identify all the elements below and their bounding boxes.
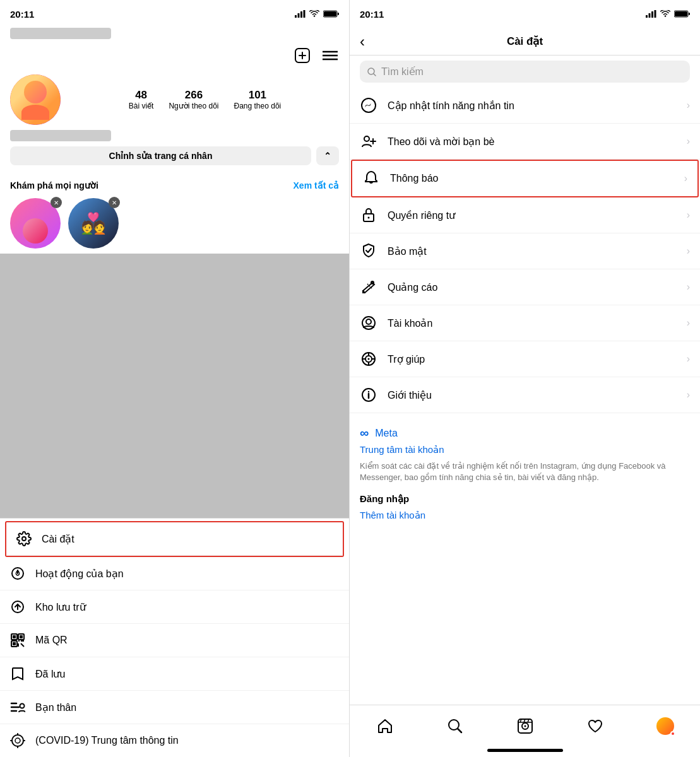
svg-line-46: [374, 74, 376, 76]
settings-item-quang-cao[interactable]: Quảng cáo ›: [350, 269, 700, 305]
svg-rect-1: [298, 13, 300, 18]
left-menu-overlay: Cài đặt Hoạt động của bạn Kho: [0, 518, 349, 757]
discover-avatar-1-wrap: ✕: [10, 198, 61, 249]
svg-point-66: [368, 391, 369, 392]
menu-kho-luu-tru-label: Kho lưu trữ: [35, 601, 86, 613]
settings-header: ‹ Cài đặt: [350, 28, 700, 56]
nav-profile-button[interactable]: [651, 712, 679, 740]
saved-icon: [10, 666, 25, 681]
svg-line-68: [458, 729, 461, 733]
settings-item-tin-nhan[interactable]: Cập nhật tính năng nhắn tin ›: [350, 88, 700, 124]
svg-rect-3: [304, 10, 306, 18]
chevron-thong-bao: ›: [684, 173, 687, 184]
activity-icon: [10, 566, 25, 581]
svg-rect-6: [338, 13, 339, 15]
settings-item-thong-bao[interactable]: Thông báo ›: [352, 161, 697, 196]
svg-rect-21: [13, 635, 16, 638]
settings-tro-giup-label: Trợ giúp: [388, 353, 677, 365]
settings-item-bao-mat[interactable]: Bảo mật ›: [350, 233, 700, 269]
settings-item-gioi-thieu[interactable]: Giới thiệu ›: [350, 377, 700, 413]
back-button[interactable]: ‹: [360, 33, 365, 50]
settings-gioi-thieu-label: Giới thiệu: [388, 389, 677, 401]
discover-close-2[interactable]: ✕: [109, 197, 120, 208]
chevron-tin-nhan: ›: [687, 100, 690, 111]
settings-item-tro-giup[interactable]: Trợ giúp ›: [350, 341, 700, 377]
time-right: 20:11: [360, 9, 384, 20]
settings-bao-mat-label: Bảo mật: [388, 245, 677, 257]
profile-top-row: [10, 47, 339, 64]
ads-icon: [360, 278, 377, 296]
help-icon: [360, 350, 377, 368]
svg-rect-44: [689, 13, 690, 15]
svg-point-31: [20, 704, 25, 708]
profile-chevron-button[interactable]: ⌃: [316, 146, 339, 165]
menu-cai-dat-label: Cài đặt: [42, 533, 74, 545]
meta-infinity-symbol: ∞: [360, 426, 369, 440]
nav-search-button[interactable]: [441, 712, 469, 740]
stat-followers: 266 Người theo dõi: [169, 89, 218, 110]
stat-posts-number: 48: [135, 89, 147, 102]
settings-item-quyen[interactable]: Quyền riêng tư ›: [350, 197, 700, 233]
search-icon: [367, 67, 376, 76]
svg-line-27: [21, 643, 24, 647]
menu-covid-label: (COVID-19) Trung tâm thông tin: [35, 735, 179, 746]
menu-hoat-dong-label: Hoạt động của bạn: [35, 568, 124, 580]
svg-rect-38: [646, 15, 648, 18]
privacy-icon: [360, 206, 377, 224]
add-account-link[interactable]: Thêm tài khoản: [360, 510, 690, 521]
menu-ban-than-label: Bạn thân: [35, 701, 76, 713]
nav-home-button[interactable]: [371, 712, 399, 740]
stat-followers-label: Người theo dõi: [169, 102, 218, 110]
battery-icon: [323, 10, 339, 18]
menu-button[interactable]: [321, 47, 339, 64]
chevron-gioi-thieu: ›: [687, 389, 690, 401]
svg-point-71: [524, 725, 526, 727]
menu-item-covid[interactable]: (COVID-19) Trung tâm thông tin: [0, 724, 349, 757]
svg-rect-40: [651, 11, 653, 18]
discover-title: Khám phá mọi người: [10, 180, 98, 191]
chevron-quang-cao: ›: [687, 281, 690, 293]
login-section-title: Đăng nhập: [360, 493, 690, 505]
svg-rect-2: [300, 11, 302, 18]
menu-item-ma-qr[interactable]: Mã QR: [0, 624, 349, 657]
discover-avatar-2-wrap: 💑 ✕: [68, 198, 119, 249]
signal-icon: [295, 10, 306, 18]
edit-profile-button[interactable]: Chỉnh sửa trang cá nhân: [10, 146, 311, 165]
svg-rect-0: [295, 15, 297, 18]
menu-item-hoat-dong[interactable]: Hoạt động của bạn: [0, 557, 349, 590]
profile-nav-dot: [670, 731, 675, 736]
stat-posts-label: Bài viết: [129, 102, 154, 110]
profile-buttons: Chỉnh sửa trang cá nhân ⌃: [10, 146, 339, 165]
add-post-button[interactable]: [294, 47, 311, 64]
svg-rect-23: [13, 642, 16, 645]
messenger-icon: [360, 97, 377, 114]
settings-icon: [16, 531, 32, 546]
discover-close-1[interactable]: ✕: [50, 197, 62, 208]
status-bar-right: 20:11: [350, 0, 700, 28]
discover-avatars: ✕ 💑 ✕: [10, 198, 339, 249]
stats-container: 48 Bài viết 266 Người theo dõi 101 Đang …: [71, 89, 339, 110]
svg-point-48: [364, 136, 369, 141]
svg-rect-39: [649, 13, 651, 18]
svg-rect-43: [675, 11, 687, 16]
menu-item-da-luu[interactable]: Đã lưu: [0, 657, 349, 691]
status-icons-right: [646, 10, 690, 18]
settings-item-theo-doi[interactable]: Theo dõi và mời bạn bè ›: [350, 124, 700, 160]
account-icon: [360, 314, 377, 332]
settings-quyen-label: Quyền riêng tư: [388, 209, 677, 221]
see-all-link[interactable]: Xem tất cả: [294, 180, 339, 191]
menu-item-kho-luu-tru[interactable]: Kho lưu trữ: [0, 590, 349, 624]
account-center-link[interactable]: Trung tâm tài khoản: [360, 444, 690, 455]
meta-logo: ∞ Meta: [360, 426, 690, 440]
menu-item-cai-dat[interactable]: Cài đặt: [6, 522, 343, 556]
archive-icon: [10, 599, 25, 614]
nav-likes-button[interactable]: [581, 712, 609, 740]
settings-item-tai-khoan[interactable]: Tài khoản ›: [350, 305, 700, 341]
close-friends-icon: [10, 700, 25, 715]
status-bar-left: 20:11: [0, 0, 349, 28]
settings-title: Cài đặt: [507, 35, 543, 48]
nav-reels-button[interactable]: [511, 712, 539, 740]
menu-item-ban-than[interactable]: Bạn thân: [0, 691, 349, 724]
bell-icon: [362, 170, 380, 187]
search-bar[interactable]: Tìm kiếm: [360, 61, 690, 83]
